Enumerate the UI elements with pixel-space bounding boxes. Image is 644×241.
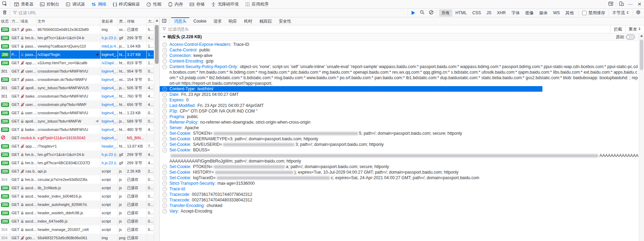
more-options-button[interactable]: ⋯ (626, 0, 635, 8)
devtools-tab-inspector[interactable]: 查看器 (11, 0, 37, 8)
raw-headers-toggle[interactable] (626, 34, 635, 40)
table-row[interactable]: 200GETbaike...crossdomain?bdu=MWFWVUlogi… (0, 125, 159, 134)
devtools-tab-accessibility[interactable]: 无障碍环境 (208, 0, 242, 8)
table-row[interactable]: 200GEThm.b...hm.gif?hca=6BCE834ECD37Dh.j… (0, 159, 159, 167)
help-icon[interactable]: ? (162, 103, 167, 108)
expand-panel-button[interactable] (160, 17, 169, 25)
devtools-tab-memory[interactable]: 内存 (165, 0, 186, 8)
table-row[interactable]: 200P...pass.../v2/api/?loginloginv4_...h… (0, 50, 159, 59)
type-filter-其他[interactable]: 其他 (563, 9, 576, 17)
devtools-tab-network[interactable]: 网络 (88, 0, 110, 8)
details-tab-timings[interactable]: 耗时 (240, 17, 256, 25)
devtools-tab-storage[interactable]: 存储 (186, 0, 208, 8)
devtools-tab-style-editor[interactable]: { }样式编辑器 (110, 0, 143, 8)
table-row[interactable]: 301GETuser....crossdomain?bdu=MWFWVUlogi… (0, 67, 159, 75)
table-row[interactable]: 200GETcas.b...api.jsscriptjs2.26 KB2... (0, 167, 159, 175)
throttle-select[interactable]: 不节流 (610, 10, 632, 16)
table-row[interactable]: 301GETapoll...sync_bduss?bdu=MWFWVU5logi… (0, 84, 159, 92)
table-row[interactable]: 304GETgdo...56d46f32753d9c868b96e061imgp… (0, 234, 159, 241)
help-icon[interactable]: ? (162, 137, 167, 141)
table-row[interactable]: 200GEThm.b...hm.gif?cc=1&ck=1&cl=24-bh.j… (0, 150, 159, 159)
type-filter-css[interactable]: CSS (470, 10, 484, 16)
column-header-1[interactable]: 方... (10, 17, 19, 25)
help-icon[interactable]: ? (162, 42, 167, 47)
help-icon[interactable]: ? (162, 170, 167, 175)
details-scrollbar[interactable] (639, 33, 644, 241)
table-row[interactable]: 200GETapp..../?regdev=1header_...ht...13… (0, 142, 159, 150)
clear-requests-button[interactable] (0, 9, 9, 17)
help-icon[interactable]: ? (162, 181, 167, 186)
table-row[interactable]: 200GETascd...header_index_b004816.jsscri… (0, 192, 159, 200)
help-icon[interactable]: ? (162, 98, 167, 102)
close-devtools-button[interactable]: ✕ (635, 0, 644, 8)
type-filter-所有[interactable]: 所有 (439, 9, 452, 17)
responsive-mode-button[interactable] (617, 0, 626, 8)
details-tab-cookies[interactable]: Cookie (190, 17, 210, 25)
search-button[interactable] (418, 9, 427, 17)
header-row[interactable]: ?Referrer-Policy:no-referrer-when-downgr… (160, 119, 639, 125)
resume-button[interactable] (409, 9, 418, 17)
split-console-button[interactable] (606, 0, 615, 8)
help-icon[interactable]: ? (162, 59, 167, 64)
help-icon[interactable]: ? (162, 120, 167, 125)
column-header-6[interactable]: 传输 (126, 17, 147, 25)
column-header-0[interactable]: 状态 (0, 17, 10, 25)
header-row[interactable]: ?P3p:CP=" OTI DSP COR IVA OUR IND COM " (160, 108, 639, 114)
table-row[interactable]: 200GETapp....v3Jump.html?err_no=0&callb/… (0, 59, 159, 67)
header-row[interactable]: ?Expires:0 (160, 97, 639, 103)
header-row[interactable]: ?Set-Cookie:SAVEUSERID=3; path=/; domain… (160, 142, 639, 147)
type-filter-html[interactable]: HTML (453, 10, 469, 16)
header-row[interactable]: ?Server:Apache (160, 125, 639, 131)
help-icon[interactable]: ? (162, 65, 167, 69)
header-row[interactable]: ?Content-Encoding:gzip (160, 58, 639, 64)
header-row[interactable]: ?Set-Cookie:logTraceID=c; expires=Sat, 2… (160, 175, 639, 181)
header-row[interactable]: ?Set-Cookie:HISTORY=); expires=Tue, 10-J… (160, 169, 639, 175)
table-row[interactable]: 304GEThm.b...circular.js?si=e2ee93d5023f… (0, 175, 159, 184)
request-list-scrollbar[interactable] (154, 17, 159, 241)
table-row[interactable]: 301GETbaike...crossdomain?bdu=MWFWVUlogi… (0, 92, 159, 100)
scrollbar-thumb[interactable] (640, 40, 643, 70)
table-row[interactable]: 200GETascd...header_wsideh_ddefc98.jsscr… (0, 209, 159, 217)
devtools-tab-application[interactable]: 应用程序 (242, 0, 272, 8)
help-icon[interactable]: ? (162, 115, 167, 119)
type-filter-字体[interactable]: 字体 (509, 9, 522, 17)
filter-url-input[interactable] (17, 10, 407, 15)
header-row[interactable]: ?Connection:keep-alive (160, 53, 639, 58)
help-icon[interactable]: ? (162, 203, 167, 208)
devtools-tab-debugger[interactable]: 调试器 (62, 0, 88, 8)
disable-cache-checkbox[interactable]: 禁用缓存 (579, 10, 608, 16)
type-filter-xhr[interactable]: XHR (494, 10, 508, 16)
header-row[interactable]: ?Trace-Id: (160, 186, 639, 192)
help-icon[interactable]: ? (162, 209, 167, 214)
help-icon[interactable]: ? (162, 109, 167, 114)
table-row[interactable]: GETnsclick.b...v.gif?pid=111&v=161915042… (0, 134, 159, 142)
table-row[interactable]: 200GETapoll...sync_bduss?bdu=MWFWloginv4… (0, 117, 159, 125)
type-filter-js[interactable]: JS (484, 10, 494, 16)
header-row[interactable]: ?Content-Type:text/html (160, 86, 542, 92)
details-tab-stack-trace[interactable]: 栈跟踪 (256, 17, 275, 25)
table-row[interactable]: 200GETgdo...8676566032e0d912e3632b89imgo… (0, 25, 159, 34)
help-icon[interactable]: ? (162, 48, 167, 52)
help-icon[interactable]: ? (162, 198, 167, 202)
filter-headers-input[interactable] (166, 27, 610, 32)
details-tab-response[interactable]: 响应 (225, 17, 240, 25)
header-row[interactable]: ?Date:Fri, 23 Apr 2021 04:00:27 GMT (160, 92, 639, 97)
header-row[interactable]: ?Access-Control-Expose-Headers:Trace-ID (160, 42, 639, 47)
details-tab-security[interactable]: 安全性 (275, 17, 295, 25)
help-icon[interactable]: ? (162, 131, 167, 136)
help-icon[interactable]: ? (162, 92, 167, 97)
pick-element-button[interactable] (0, 0, 9, 8)
header-row[interactable]: ?Strict-Transport-Security:max-age=31536… (160, 181, 639, 186)
header-row[interactable]: ?Tracecode:00273617470317440778042312 (160, 192, 639, 197)
network-settings-button[interactable] (634, 9, 643, 17)
header-row[interactable]: ?Cache-Control:public (160, 47, 639, 53)
block-url-button[interactable]: 拦截 (610, 25, 625, 33)
column-header-2[interactable]: 域名 (19, 17, 37, 25)
header-row[interactable]: ?Set-Cookie:PTOKEN=a; path=/; domain=pas… (160, 164, 639, 169)
table-row[interactable]: 200GETascd...lib_2cf4beb.jsscriptjs已缓存0.… (0, 184, 159, 192)
header-row[interactable]: ?Set-Cookie:BDUSS=AAAAAAAAAAAAAAAAAAAAAA… (160, 147, 639, 164)
response-headers-section-header[interactable]: 响应头 (2.228 KB) 原始 (160, 33, 644, 41)
header-row[interactable]: ?Last-Modified:Fri, 23 Apr 2021 04:00:27… (160, 103, 639, 108)
resend-button[interactable]: 重发 (625, 25, 644, 33)
type-filter-ws[interactable]: WS (551, 10, 562, 16)
